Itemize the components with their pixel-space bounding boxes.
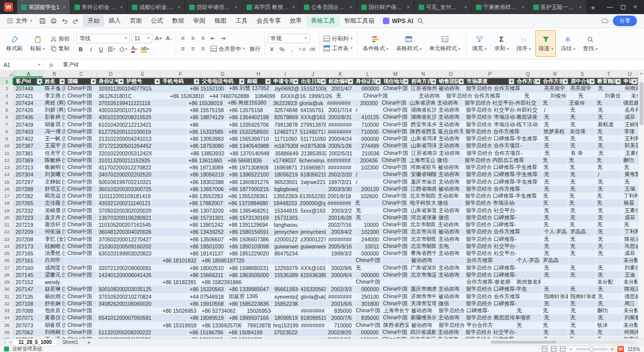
- column-header[interactable]: J: [299, 70, 327, 77]
- zoom-out-button[interactable]: −: [569, 346, 572, 352]
- sheet-tab[interactable]: Sheet1: [57, 339, 84, 345]
- row-header[interactable]: 29: [0, 279, 14, 286]
- file-tab[interactable]: 高学历 教授.xlsx×: [243, 0, 300, 14]
- row-header[interactable]: 31: [0, 293, 14, 300]
- cell[interactable]: 130703200106280921: [97, 214, 152, 221]
- cell[interactable]: v1749037: [272, 157, 298, 164]
- row-header[interactable]: 22: [0, 228, 14, 235]
- cell[interactable]: 留学总经办: [464, 293, 492, 300]
- cell[interactable]: ########: [326, 128, 354, 135]
- cell[interactable]: /: [542, 107, 569, 114]
- cell[interactable]: 207304: [14, 171, 43, 178]
- cell[interactable]: 180995191: [273, 314, 299, 321]
- cell[interactable]: 韩浩远 (男: [43, 193, 66, 200]
- cell[interactable]: 留学总经办: [464, 221, 492, 228]
- cell[interactable]: 留学总经办: [465, 85, 493, 92]
- cell[interactable]: 无: [569, 171, 596, 178]
- cell[interactable]: [152, 186, 188, 193]
- cell[interactable]: 合作方推荐: [472, 93, 523, 100]
- cell[interactable]: 吕同学: [43, 257, 66, 264]
- header-cell[interactable]: 销售团队: [437, 78, 465, 85]
- row-header[interactable]: 30: [0, 286, 14, 293]
- cell[interactable]: 山东省菏泽: [409, 135, 437, 142]
- cell[interactable]: 2000/6/4: [327, 272, 354, 279]
- cell[interactable]: +86 52734062: [200, 307, 246, 314]
- font-family-select[interactable]: 等线▾: [76, 34, 130, 43]
- cell[interactable]: 山东省东营: [409, 207, 437, 214]
- close-tab-icon[interactable]: ×: [291, 4, 296, 10]
- cell[interactable]: 207147: [14, 286, 43, 293]
- cell[interactable]: 田延哲 1395: [227, 293, 273, 300]
- cell[interactable]: 710000: [354, 121, 381, 128]
- cell[interactable]: 21696987(: [298, 164, 326, 171]
- cell[interactable]: 无: [597, 85, 623, 92]
- cell[interactable]: [246, 279, 272, 286]
- cell[interactable]: China中国: [66, 164, 97, 171]
- cell[interactable]: +86 1585223836: [227, 300, 273, 307]
- column-header[interactable]: P: [465, 70, 515, 77]
- cell[interactable]: 罗晶晶: [569, 228, 596, 235]
- cell[interactable]: 留学总经办: [464, 228, 492, 235]
- fill-button[interactable]: 填充 ▾: [469, 30, 490, 57]
- cell[interactable]: 799138782: [246, 322, 272, 329]
- cell[interactable]: 2002/8/31: [327, 114, 354, 121]
- cell[interactable]: 无: [542, 186, 569, 193]
- cell[interactable]: China中国: [66, 107, 97, 114]
- cell[interactable]: 3612631801C: [97, 93, 132, 100]
- cell[interactable]: 赵若琳 (女: [43, 286, 66, 293]
- cell[interactable]: 无: [541, 100, 568, 107]
- align-top-button[interactable]: ≡: [179, 34, 187, 43]
- cell[interactable]: China中国: [381, 135, 409, 142]
- cell[interactable]: hrq153199: [272, 322, 299, 329]
- cell[interactable]: 15731301(: [273, 214, 299, 221]
- cell[interactable]: 207369: [14, 157, 43, 164]
- cell[interactable]: 合作方项目-: [492, 142, 542, 149]
- cell[interactable]: 110108200301150320: [97, 336, 151, 338]
- cell[interactable]: 613552283: [298, 193, 326, 200]
- column-header[interactable]: E: [125, 70, 161, 77]
- column-header[interactable]: Q: [515, 70, 541, 77]
- cell[interactable]: 杨欣雨 (女: [43, 293, 66, 300]
- cell[interactable]: 未分配: [622, 322, 638, 329]
- cell[interactable]: 无: [596, 314, 623, 321]
- cell[interactable]: [152, 121, 188, 128]
- cell[interactable]: 北京市海淀: [409, 336, 436, 338]
- cell[interactable]: 湖南省长沙: [409, 114, 437, 121]
- cell[interactable]: 10011: [354, 243, 381, 250]
- cell[interactable]: [152, 265, 188, 272]
- cell[interactable]: /: [354, 107, 381, 114]
- cell[interactable]: 口碑推荐-学生推荐: [492, 164, 542, 171]
- column-header[interactable]: U: [622, 70, 638, 77]
- cell[interactable]: [272, 257, 299, 264]
- cell[interactable]: +86 13901242: [188, 221, 227, 228]
- cell[interactable]: 留学总经办: [464, 243, 492, 250]
- align-right-button[interactable]: ≡: [199, 45, 207, 53]
- cell[interactable]: 吴佳瑛: [568, 128, 596, 135]
- cell[interactable]: +86 15575158: [188, 107, 227, 114]
- cell[interactable]: China中国: [380, 100, 408, 107]
- cell[interactable]: China中国: [381, 128, 409, 135]
- cell[interactable]: 被动咨询: [437, 186, 464, 193]
- cell[interactable]: 无: [595, 100, 622, 107]
- increase-decimal-button[interactable]: +.0: [298, 45, 306, 54]
- cell[interactable]: 360481200304020026: [97, 228, 152, 235]
- header-cell[interactable]: 身份证号: [97, 78, 125, 85]
- menu-tab-视图[interactable]: 视图: [210, 15, 231, 27]
- wps-badge-icon[interactable]: W: [617, 346, 624, 352]
- cell[interactable]: +86 13439252: [188, 228, 227, 235]
- cell[interactable]: [97, 279, 125, 286]
- cell[interactable]: +86 1360831276: [227, 179, 273, 186]
- cell[interactable]: +86 1877000215: [227, 186, 273, 193]
- column-header[interactable]: B: [43, 70, 66, 77]
- cell[interactable]: 无: [596, 221, 622, 228]
- cell[interactable]: +86 13801099: [188, 336, 227, 338]
- cell[interactable]: China中国: [66, 135, 97, 142]
- cell[interactable]: [152, 250, 188, 257]
- cell[interactable]: China中国: [66, 322, 97, 329]
- cell[interactable]: m1875308(: [299, 142, 327, 149]
- close-tab-icon[interactable]: ×: [520, 4, 525, 10]
- cell[interactable]: China中国: [66, 228, 97, 235]
- cell[interactable]: 无: [569, 114, 596, 121]
- file-tab[interactable]: 可见_支付宝+滴滴...×: [415, 0, 472, 14]
- cell[interactable]: China中国: [66, 171, 97, 178]
